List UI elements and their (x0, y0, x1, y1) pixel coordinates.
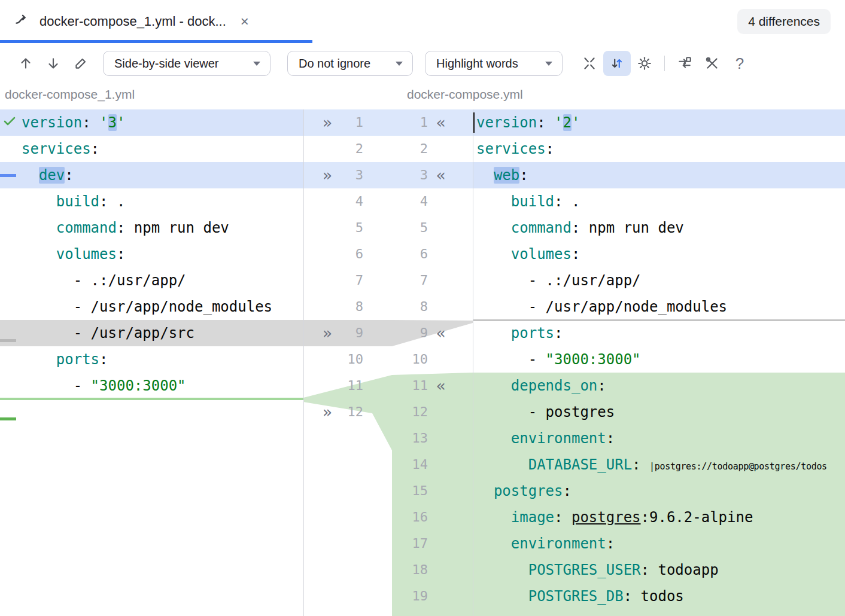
code-segment: : (572, 246, 580, 263)
pane-separator-right[interactable] (473, 109, 473, 616)
apply-right-chevron[interactable]: » (323, 320, 332, 346)
external-tools-button[interactable] (698, 51, 726, 76)
code-segment: : (554, 325, 563, 341)
right-gutter: 7 (391, 267, 473, 294)
close-icon[interactable]: × (241, 14, 249, 29)
pane-separator-left[interactable] (303, 109, 304, 616)
code-line-left[interactable]: services: (0, 136, 303, 162)
left-gutter (303, 478, 391, 504)
code-line-left[interactable] (0, 478, 303, 504)
compare-swap-icon (677, 56, 692, 71)
apply-right-chevron[interactable]: » (323, 399, 332, 425)
code-segment: : npm run dev (572, 219, 684, 236)
code-line-left[interactable] (0, 452, 303, 478)
change-marker-deleted[interactable] (0, 339, 16, 342)
code-segment: : (606, 535, 615, 552)
code-line-right[interactable]: version: '2' (473, 109, 845, 136)
apply-left-chevron[interactable]: « (436, 373, 446, 399)
code-line-right[interactable]: - /usr/app/node_modules (473, 294, 845, 320)
code-segment: ' (554, 114, 563, 131)
apply-left-chevron[interactable]: « (436, 320, 446, 346)
code-segment: : npm run dev (117, 219, 229, 236)
code-line-right[interactable]: environment: (473, 530, 845, 557)
code-line-left[interactable]: version: '3' (0, 109, 303, 136)
code-segment (22, 193, 56, 210)
code-line-right[interactable]: depends_on: (473, 373, 845, 399)
diff-tab[interactable]: docker-compose_1.yml - dock... × (0, 0, 260, 43)
right-gutter: 11« (391, 373, 473, 399)
code-line-left[interactable]: - /usr/app/node_modules (0, 294, 303, 320)
code-segment: web (494, 167, 519, 184)
code-segment: |postgres://todoapp@postgres/todos (649, 461, 827, 472)
left-line-number: 11 (348, 373, 364, 399)
right-gutter: 15 (391, 478, 473, 504)
next-difference-button[interactable] (39, 51, 67, 76)
code-segment: depends_on (511, 377, 598, 394)
code-segment (22, 246, 56, 263)
code-segment (22, 167, 39, 184)
right-line-number: 8 (391, 294, 428, 320)
apply-left-chevron[interactable]: « (436, 109, 446, 136)
code-line-right[interactable]: command: npm run dev (473, 215, 845, 241)
diff-row: - /usr/app/src»99« ports: (0, 320, 845, 346)
code-line-left[interactable]: build: . (0, 188, 303, 215)
code-segment: : (606, 430, 615, 447)
code-line-left[interactable]: - /usr/app/src (0, 320, 303, 346)
code-line-right[interactable]: - .:/usr/app/ (473, 267, 845, 294)
code-line-right[interactable]: environment: (473, 425, 845, 452)
code-line-left[interactable]: - "3000:3000" (0, 373, 303, 399)
code-line-right[interactable]: services: (473, 136, 845, 162)
left-gutter: 7 (303, 267, 391, 294)
code-segment (476, 325, 511, 341)
code-line-right[interactable]: POSTGRES_DB: todos (473, 583, 845, 609)
code-line-right[interactable]: DATABASE_URL: |postgres://todoapp@postgr… (473, 452, 845, 478)
code-line-right[interactable]: POSTGRES_USER: todoapp (473, 557, 845, 583)
right-gutter: 8 (391, 294, 473, 320)
sync-scrolling-toggle[interactable] (603, 51, 631, 76)
collapse-unchanged-button[interactable] (576, 51, 603, 76)
code-line-right[interactable]: - postgres (473, 399, 845, 425)
code-line-left[interactable] (0, 399, 303, 425)
code-line-left[interactable] (0, 557, 303, 583)
highlight-mode-dropdown[interactable]: Highlight words (425, 51, 563, 76)
code-line-right[interactable]: ports: (473, 320, 845, 346)
collapse-chevrons-icon (582, 56, 597, 71)
viewer-mode-dropdown[interactable]: Side-by-side viewer (103, 51, 270, 76)
apply-left-chevron[interactable]: « (436, 162, 446, 188)
code-line-right[interactable]: web: (473, 162, 845, 188)
edit-file-button[interactable] (67, 51, 95, 76)
code-segment: : (597, 377, 606, 394)
change-marker-added[interactable] (0, 417, 16, 420)
help-button[interactable]: ? (726, 51, 753, 76)
apply-right-chevron[interactable]: » (323, 162, 332, 188)
code-line-right[interactable]: postgres: (473, 478, 845, 504)
code-line-right[interactable]: build: . (473, 188, 845, 215)
code-line-left[interactable] (0, 504, 303, 530)
code-line-left[interactable] (0, 530, 303, 557)
code-segment: - postgres (476, 404, 615, 420)
code-line-right[interactable]: volumes: (473, 241, 845, 267)
code-segment: : (546, 141, 554, 157)
code-line-right[interactable]: image: postgres:9.6.2-alpine (473, 504, 845, 530)
code-line-left[interactable] (0, 583, 303, 609)
code-line-left[interactable]: dev: (0, 162, 303, 188)
previous-difference-button[interactable] (12, 51, 39, 76)
code-line-right[interactable]: - "3000:3000" (473, 346, 845, 373)
right-gutter: 4 (391, 188, 473, 215)
left-gutter: »3 (303, 162, 391, 188)
code-line-left[interactable]: command: npm run dev (0, 215, 303, 241)
code-line-left[interactable] (0, 425, 303, 452)
change-marker-modified[interactable] (0, 174, 16, 177)
ignore-policy-dropdown[interactable]: Do not ignore (287, 51, 413, 76)
code-segment: command (56, 219, 117, 236)
right-line-number: 16 (391, 504, 428, 530)
code-line-left[interactable]: volumes: (0, 241, 303, 267)
code-line-left[interactable]: ports: (0, 346, 303, 373)
compare-swap-button[interactable] (671, 51, 698, 76)
settings-button[interactable] (631, 51, 658, 76)
apply-right-chevron[interactable]: » (323, 109, 332, 136)
code-segment: version (476, 114, 537, 131)
code-segment: : (117, 246, 125, 263)
left-gutter: 4 (303, 188, 391, 215)
code-line-left[interactable]: - .:/usr/app/ (0, 267, 303, 294)
